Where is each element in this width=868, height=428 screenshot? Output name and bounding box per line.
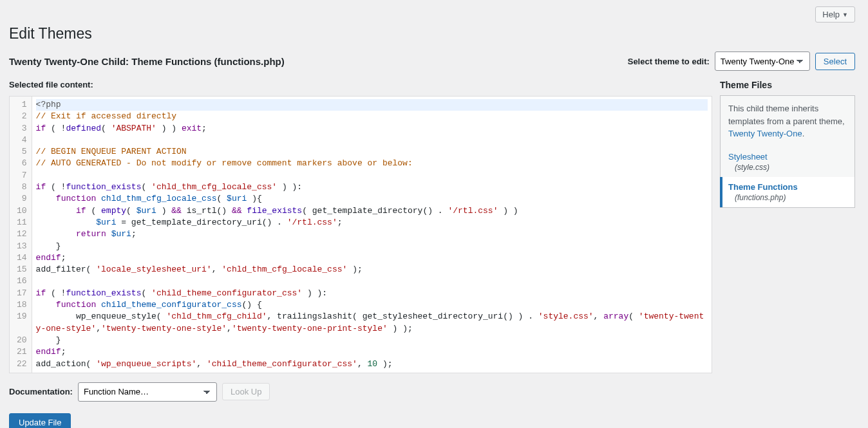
tree-item-theme-functions[interactable]: Theme Functions(functions.php) [720, 177, 854, 207]
code-line[interactable]: } [36, 241, 708, 252]
code-line[interactable]: endif; [36, 252, 708, 264]
select-button[interactable]: Select [815, 53, 855, 70]
parent-theme-link[interactable]: Twenty Twenty-One [728, 129, 802, 138]
file-subname: (style.css) [728, 163, 847, 172]
theme-file-tree: This child theme inherits templates from… [720, 95, 855, 208]
file-label: Stylesheet [728, 152, 847, 162]
code-line[interactable]: add_filter( 'locale_stylesheet_uri', 'ch… [36, 264, 708, 275]
code-editor[interactable]: 12345678910111213141516171819 202122 <?p… [9, 96, 712, 373]
page-title: Edit Themes [9, 25, 855, 42]
file-subname: (functions.php) [728, 193, 847, 202]
file-heading: Twenty Twenty-One Child: Theme Functions… [9, 56, 285, 67]
documentation-label: Documentation: [9, 387, 73, 396]
code-line[interactable]: // AUTO GENERATED - Do not modify or rem… [36, 158, 708, 169]
theme-files-heading: Theme Files [720, 80, 855, 90]
theme-selector: Select theme to edit: Twenty Twenty-One … [628, 51, 855, 71]
code-line[interactable]: if ( !function_exists( 'chld_thm_cfg_loc… [36, 181, 708, 193]
tree-item-stylesheet[interactable]: Stylesheet(style.css) [721, 147, 854, 177]
code-line[interactable]: function chld_thm_cfg_locale_css( $uri )… [36, 193, 708, 205]
theme-select[interactable]: Twenty Twenty-One Child [715, 51, 810, 71]
file-label: Theme Functions [728, 182, 847, 192]
theme-selector-label: Select theme to edit: [628, 57, 710, 66]
tree-description: This child theme inherits templates from… [721, 96, 854, 147]
code-line[interactable]: if ( empty( $uri ) && is_rtl() && file_e… [36, 205, 708, 217]
code-gutter: 12345678910111213141516171819 202122 [10, 97, 32, 373]
code-line[interactable] [36, 135, 708, 146]
code-line[interactable] [36, 275, 708, 287]
code-line[interactable] [36, 170, 708, 181]
selected-file-label: Selected file content: [9, 80, 712, 89]
documentation-select[interactable]: Function Name… [78, 382, 217, 402]
code-line[interactable]: <?php [36, 99, 708, 111]
code-line[interactable]: return $uri; [36, 228, 708, 240]
update-file-button[interactable]: Update File [9, 413, 71, 428]
code-line[interactable]: add_action( 'wp_enqueue_scripts', 'child… [36, 358, 708, 370]
code-line[interactable]: function child_theme_configurator_css() … [36, 299, 708, 311]
code-line[interactable]: $uri = get_template_directory_uri() . '/… [36, 217, 708, 228]
help-button[interactable]: Help [815, 6, 855, 23]
code-line[interactable]: // Exit if accessed directly [36, 111, 708, 122]
code-body[interactable]: <?php// Exit if accessed directlyif ( !d… [32, 97, 712, 373]
code-line[interactable]: endif; [36, 346, 708, 358]
code-line[interactable]: wp_enqueue_style( 'chld_thm_cfg_child', … [36, 311, 708, 335]
lookup-button[interactable]: Look Up [222, 383, 270, 400]
code-line[interactable]: if ( !defined( 'ABSPATH' ) ) exit; [36, 123, 708, 135]
code-line[interactable]: } [36, 335, 708, 346]
code-line[interactable]: if ( !function_exists( 'child_theme_conf… [36, 288, 708, 299]
code-line[interactable]: // BEGIN ENQUEUE PARENT ACTION [36, 146, 708, 158]
